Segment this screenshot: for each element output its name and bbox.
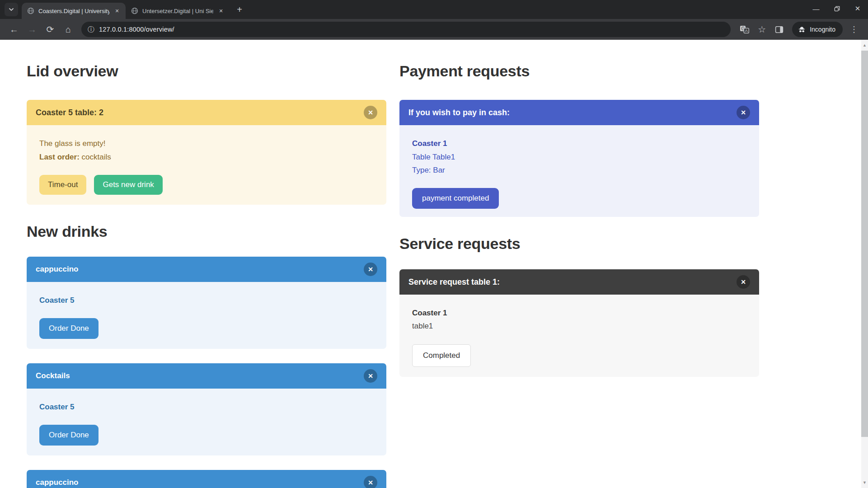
- globe-favicon-icon: [27, 7, 34, 14]
- home-button[interactable]: ⌂: [61, 22, 76, 37]
- completed-button[interactable]: Completed: [412, 344, 471, 367]
- side-panel-icon[interactable]: [771, 22, 787, 37]
- drink-card-header: cappuccino ✕: [27, 470, 386, 488]
- payment-completed-button[interactable]: payment completed: [412, 188, 499, 209]
- order-done-button[interactable]: Order Done: [39, 425, 99, 446]
- drink-card-body: Coaster 5 Order Done: [27, 282, 386, 349]
- window-close-button[interactable]: ✕: [847, 0, 868, 17]
- last-order-line: Last order: cocktails: [39, 150, 374, 164]
- bookmark-star-icon[interactable]: ☆: [754, 22, 769, 37]
- close-icon[interactable]: ✕: [364, 476, 377, 488]
- translate-icon[interactable]: GA: [737, 22, 752, 37]
- window-controls: — ✕: [806, 0, 868, 17]
- close-icon[interactable]: ✕: [364, 369, 377, 383]
- tab-untersetzer-digital[interactable]: Untersetzer.Digital | Uni Siegen ✕: [126, 3, 230, 19]
- drink-card-header: cappuccino ✕: [27, 257, 386, 282]
- scroll-up-icon[interactable]: ▲: [861, 40, 868, 51]
- coaster-label: Coaster 1: [412, 137, 746, 150]
- service-card-body: Coaster 1 table1 Completed: [399, 295, 759, 377]
- tab-close-icon[interactable]: ✕: [217, 7, 225, 15]
- coaster-label: Coaster 1: [412, 306, 746, 319]
- coaster-label: Coaster 5: [39, 403, 74, 411]
- last-order-value: cocktails: [82, 153, 111, 161]
- order-done-button[interactable]: Order Done: [39, 318, 99, 339]
- coaster-name: Coaster 1: [412, 309, 447, 317]
- window-restore-button[interactable]: [826, 0, 847, 17]
- site-info-icon[interactable]: ⓘ: [88, 25, 94, 34]
- lid-alert-body: The glass is empty! Last order: cocktail…: [27, 125, 386, 205]
- chevron-down-icon: [8, 6, 14, 13]
- service-request-card: Service request table 1: ✕ Coaster 1 tab…: [399, 269, 759, 377]
- browser-menu-icon[interactable]: ⋮: [846, 22, 862, 37]
- incognito-badge: Incognito: [792, 22, 843, 37]
- page-viewport: Lid overview Coaster 5 table: 2 ✕ The gl…: [0, 40, 861, 488]
- tab-strip: Coasters.Digital | University of S ✕ Unt…: [0, 0, 868, 19]
- drink-card-header: Cocktails ✕: [27, 363, 386, 389]
- globe-favicon-icon: [131, 7, 138, 14]
- table-label: Table Table1: [412, 150, 746, 164]
- drink-card-cappuccino-2: cappuccino ✕: [27, 470, 386, 488]
- glass-empty-text: The glass is empty!: [39, 137, 374, 150]
- lid-alert-card: Coaster 5 table: 2 ✕ The glass is empty!…: [27, 100, 386, 205]
- close-icon[interactable]: ✕: [737, 275, 750, 289]
- gets-new-drink-button[interactable]: Gets new drink: [94, 175, 162, 195]
- drink-card-body: Coaster 5 Order Done: [27, 389, 386, 455]
- lid-alert-header: Coaster 5 table: 2 ✕: [27, 100, 386, 125]
- forward-button[interactable]: →: [24, 22, 40, 37]
- right-column: Payment requests If you wish to pay in c…: [399, 62, 759, 488]
- window-minimize-button[interactable]: —: [806, 0, 826, 17]
- service-requests-heading: Service requests: [399, 235, 759, 253]
- incognito-spy-icon: [798, 25, 806, 34]
- payment-card-body: Coaster 1 Table Table1 Type: Bar payment…: [399, 125, 759, 217]
- table-label: table1: [412, 319, 746, 333]
- scrollbar-thumb[interactable]: [861, 51, 868, 437]
- close-icon[interactable]: ✕: [364, 106, 377, 119]
- tab-title: Untersetzer.Digital | Uni Siegen: [142, 8, 213, 14]
- drink-name: cappuccino: [36, 476, 78, 488]
- tab-close-icon[interactable]: ✕: [113, 7, 121, 15]
- time-out-button[interactable]: Time-out: [39, 175, 86, 195]
- drink-card-cappuccino-1: cappuccino ✕ Coaster 5 Order Done: [27, 257, 386, 349]
- close-icon[interactable]: ✕: [364, 263, 377, 276]
- service-card-title: Service request table 1:: [408, 276, 500, 288]
- tab-search-button[interactable]: [5, 3, 18, 16]
- payment-card-header: If you wish to pay in cash: ✕: [399, 100, 759, 125]
- overview-page: Lid overview Coaster 5 table: 2 ✕ The gl…: [0, 40, 861, 488]
- coaster-name: Coaster 1: [412, 139, 447, 148]
- payment-request-card: If you wish to pay in cash: ✕ Coaster 1 …: [399, 100, 759, 217]
- new-drinks-heading: New drinks: [27, 223, 386, 240]
- scroll-down-icon[interactable]: ▼: [861, 477, 868, 488]
- drink-card-actions: Order Done: [39, 307, 374, 339]
- drink-name: Cocktails: [36, 370, 70, 382]
- svg-text:A: A: [745, 28, 748, 33]
- address-bar[interactable]: ⓘ 127.0.0.1:8000/overview/: [81, 22, 731, 37]
- url-text: 127.0.0.1:8000/overview/: [99, 26, 174, 33]
- new-tab-button[interactable]: +: [233, 3, 246, 16]
- lid-alert-title: Coaster 5 table: 2: [36, 106, 103, 119]
- toolbar-right-cluster: GA ☆ Incognito ⋮: [735, 22, 863, 37]
- incognito-label: Incognito: [810, 26, 835, 33]
- type-label: Type: Bar: [412, 164, 746, 177]
- payment-card-title: If you wish to pay in cash:: [408, 106, 510, 119]
- reload-button[interactable]: ⟳: [42, 22, 58, 37]
- lid-alert-actions: Time-out Gets new drink: [39, 175, 374, 195]
- restore-icon: [834, 6, 840, 12]
- drink-name: cappuccino: [36, 263, 78, 276]
- drink-card-cocktails: Cocktails ✕ Coaster 5 Order Done: [27, 363, 386, 455]
- tab-coasters-digital[interactable]: Coasters.Digital | University of S ✕: [22, 3, 126, 19]
- lid-overview-heading: Lid overview: [27, 62, 386, 80]
- last-order-label: Last order:: [39, 153, 80, 161]
- payment-card-actions: payment completed: [412, 177, 746, 209]
- payment-requests-heading: Payment requests: [399, 62, 759, 80]
- service-card-header: Service request table 1: ✕: [399, 269, 759, 295]
- coaster-label: Coaster 5: [39, 296, 74, 305]
- back-button[interactable]: ←: [6, 22, 22, 37]
- page-scrollbar[interactable]: ▲ ▼: [861, 40, 868, 488]
- left-column: Lid overview Coaster 5 table: 2 ✕ The gl…: [27, 62, 386, 488]
- close-icon[interactable]: ✕: [737, 106, 750, 119]
- drink-card-actions: Order Done: [39, 414, 374, 446]
- tab-title: Coasters.Digital | University of S: [38, 8, 109, 14]
- browser-toolbar: ← → ⟳ ⌂ ⓘ 127.0.0.1:8000/overview/ GA ☆ …: [0, 19, 868, 40]
- service-card-actions: Completed: [412, 333, 746, 367]
